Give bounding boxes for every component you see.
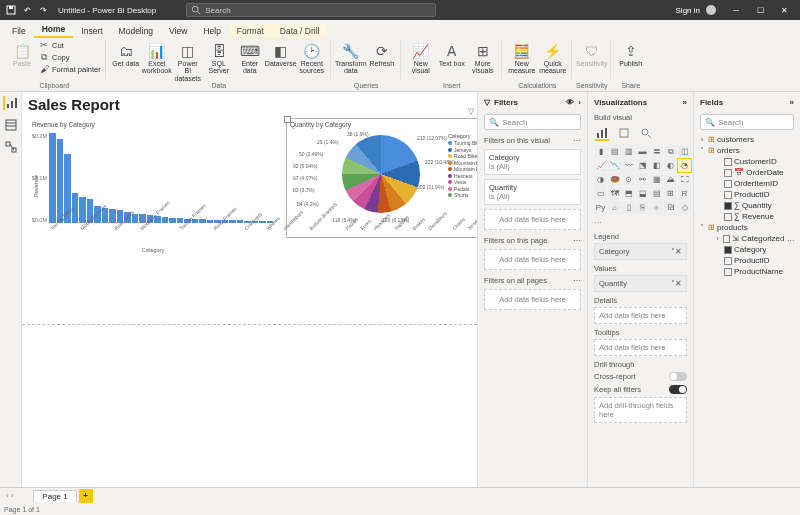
close-button[interactable]: ✕ <box>772 0 796 20</box>
tab-home[interactable]: Home <box>34 22 74 38</box>
viz-type-23[interactable]: ⬒ <box>622 187 635 200</box>
filter-drop-all[interactable]: Add data fields here <box>484 289 581 310</box>
more-icon[interactable]: ⋯ <box>573 136 581 145</box>
enter-data-button[interactable]: ⌨Enter data <box>236 40 264 75</box>
tab-format[interactable]: Format <box>229 24 272 38</box>
viz-type-27[interactable]: R <box>678 187 691 200</box>
format-tab-icon[interactable] <box>616 125 632 141</box>
tab-data-drill[interactable]: Data / Drill <box>272 24 328 38</box>
viz-type-1[interactable]: ▤ <box>608 145 621 158</box>
copy-button[interactable]: ⧉Copy <box>39 52 101 64</box>
tooltips-field-well[interactable]: Add data fields here <box>594 339 687 356</box>
viz-type-28[interactable]: Py <box>594 201 607 214</box>
more-visuals-button[interactable]: ⊞More visuals <box>469 40 497 75</box>
viz-type-34[interactable]: ◇ <box>678 201 691 214</box>
field-Category[interactable]: Category <box>698 244 796 255</box>
viz-type-14[interactable]: ◑ <box>594 173 607 186</box>
legend-field-well[interactable]: Category˅✕ <box>594 243 687 260</box>
dataverse-button[interactable]: ◧Dataverse <box>267 40 295 67</box>
viz-type-31[interactable]: ⎘ <box>636 201 649 214</box>
data-view-icon[interactable] <box>3 118 19 132</box>
viz-type-16[interactable]: ⊙ <box>622 173 635 186</box>
field-Categorized Pro...[interactable]: ›⇲ Categorized Pro... <box>698 233 796 244</box>
new-measure-button[interactable]: 🧮New measure <box>508 40 536 75</box>
details-field-well[interactable]: Add data fields here <box>594 307 687 324</box>
report-view-icon[interactable] <box>3 96 19 110</box>
avatar-icon[interactable] <box>706 5 716 15</box>
viz-type-17[interactable]: ⚯ <box>636 173 649 186</box>
pbi-datasets-button[interactable]: ◫Power BI datasets <box>174 40 202 82</box>
prev-page-icon[interactable]: ‹ <box>6 491 9 500</box>
gallery-more-icon[interactable]: ⋯ <box>588 216 693 229</box>
viz-type-4[interactable]: 〓 <box>650 145 663 158</box>
transform-data-button[interactable]: 🔧Transform data <box>337 40 365 75</box>
viz-type-32[interactable]: ⟐ <box>650 201 663 214</box>
filter-drop-page[interactable]: Add data fields here <box>484 249 581 270</box>
minimize-button[interactable]: ─ <box>724 0 748 20</box>
model-view-icon[interactable] <box>3 140 19 154</box>
sign-in-link[interactable]: Sign in <box>676 6 700 15</box>
field-OrderItemID[interactable]: OrderItemID <box>698 178 796 189</box>
analytics-tab-icon[interactable] <box>638 125 654 141</box>
viz-type-29[interactable]: ⌕ <box>608 201 621 214</box>
global-search[interactable]: Search <box>186 3 436 17</box>
bar[interactable] <box>49 133 56 223</box>
viz-type-21[interactable]: ▭ <box>594 187 607 200</box>
add-page-button[interactable]: + <box>79 489 93 503</box>
get-data-button[interactable]: 🗂Get data <box>112 40 140 67</box>
keep-filters-toggle[interactable] <box>669 385 687 394</box>
sensitivity-button[interactable]: 🛡Sensitivity <box>578 40 606 67</box>
tab-view[interactable]: View <box>161 24 195 38</box>
report-canvas[interactable]: Sales Report Revenue by Category Revenue… <box>22 92 478 487</box>
viz-type-22[interactable]: 🗺 <box>608 187 621 200</box>
maximize-button[interactable]: ☐ <box>748 0 772 20</box>
more-icon[interactable]: ⋯ <box>573 236 581 245</box>
viz-type-9[interactable]: 〰 <box>622 159 635 172</box>
table-products[interactable]: ˅⊞products <box>698 222 796 233</box>
paste-button[interactable]: 📋Paste <box>8 40 36 67</box>
viz-type-8[interactable]: 📉 <box>608 159 621 172</box>
viz-type-0[interactable]: ▮ <box>594 145 607 158</box>
sql-server-button[interactable]: 🗄SQL Server <box>205 40 233 75</box>
field-Quantity[interactable]: ∑ Quantity <box>698 200 796 211</box>
excel-button[interactable]: 📊Excel workbook <box>143 40 171 75</box>
new-visual-button[interactable]: 📈New visual <box>407 40 435 75</box>
visual-actions[interactable]: ▽⤢⋯ <box>468 107 478 116</box>
field-ProductName[interactable]: ProductName <box>698 266 796 277</box>
field-ProductID[interactable]: ProductID <box>698 189 796 200</box>
filter-card-quantity[interactable]: Quantityis (All) <box>484 179 581 205</box>
viz-type-7[interactable]: 📈 <box>594 159 607 172</box>
text-box-button[interactable]: AText box <box>438 40 466 67</box>
refresh-button[interactable]: ⟳Refresh <box>368 40 396 67</box>
viz-type-5[interactable]: ⧉ <box>664 145 677 158</box>
field-CustomerID[interactable]: CustomerID <box>698 156 796 167</box>
field-Revenue[interactable]: ∑ Revenue <box>698 211 796 222</box>
drill-field-well[interactable]: Add drill-through fields here <box>594 397 687 423</box>
tab-insert[interactable]: Insert <box>73 24 110 38</box>
fields-search[interactable]: 🔍Search <box>700 114 794 130</box>
viz-type-30[interactable]: ▯ <box>622 201 635 214</box>
filters-search[interactable]: 🔍Search <box>484 114 581 130</box>
collapse-icon[interactable]: › <box>578 98 581 107</box>
viz-type-15[interactable]: 🍩 <box>608 173 621 186</box>
viz-type-33[interactable]: ₪ <box>664 201 677 214</box>
viz-type-26[interactable]: ⊞ <box>664 187 677 200</box>
collapse-icon[interactable]: » <box>683 98 687 107</box>
viz-type-6[interactable]: ◫ <box>678 145 691 158</box>
field-ProductID[interactable]: ProductID <box>698 255 796 266</box>
viz-type-19[interactable]: ⛰ <box>664 173 677 186</box>
tab-file[interactable]: File <box>4 24 34 38</box>
build-tab-icon[interactable] <box>594 125 610 141</box>
viz-type-25[interactable]: ▤ <box>650 187 663 200</box>
viz-type-10[interactable]: ⬔ <box>636 159 649 172</box>
redo-icon[interactable]: ↷ <box>36 6 50 15</box>
collapse-icon[interactable]: » <box>790 98 794 107</box>
quick-measure-button[interactable]: ⚡Quick measure <box>539 40 567 75</box>
viz-type-13[interactable]: ◔ <box>678 159 691 172</box>
tab-modeling[interactable]: Modeling <box>111 24 162 38</box>
bar[interactable] <box>57 139 64 223</box>
save-icon[interactable] <box>4 5 18 15</box>
filter-card-category[interactable]: Categoryis (All) <box>484 149 581 175</box>
viz-type-12[interactable]: ◐ <box>664 159 677 172</box>
table-orders[interactable]: ˅⊞orders <box>698 145 796 156</box>
